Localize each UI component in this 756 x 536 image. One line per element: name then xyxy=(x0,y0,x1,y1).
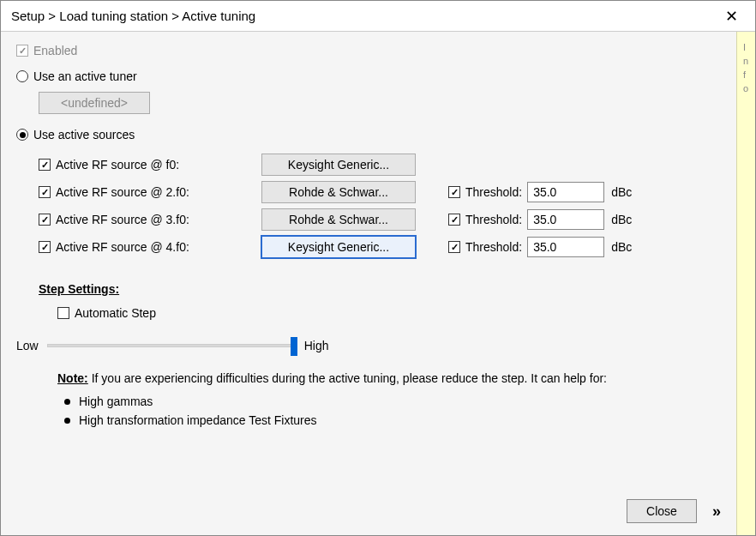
body-area: ✓ Enabled Use an active tuner <undefined… xyxy=(1,32,755,535)
source-device-button[interactable]: Keysight Generic... xyxy=(261,154,416,176)
source-label: Active RF source @ 3.f0: xyxy=(56,213,189,226)
bullet-text: High gammas xyxy=(79,392,153,411)
checkbox-icon[interactable]: ✓ xyxy=(448,186,460,198)
radio-active-sources-label: Use active sources xyxy=(33,128,135,142)
checkbox-icon[interactable]: ✓ xyxy=(448,241,460,253)
step-slider[interactable] xyxy=(47,344,296,347)
threshold-input[interactable] xyxy=(527,209,604,230)
source-enable-checkbox[interactable]: ✓Active RF source @ f0: xyxy=(39,158,261,172)
enabled-label: Enabled xyxy=(33,44,77,57)
info-label: Info xyxy=(743,40,749,95)
threshold-group: ✓Threshold:dBc xyxy=(448,209,632,230)
threshold-input[interactable] xyxy=(527,237,604,257)
note-label: Note: xyxy=(57,371,88,385)
main-panel: ✓ Enabled Use an active tuner <undefined… xyxy=(1,32,736,535)
breadcrumb: Setup > Load tuning station > Active tun… xyxy=(11,9,718,23)
checkbox-icon[interactable]: ✓ xyxy=(448,214,460,226)
threshold-group: ✓Threshold:dBc xyxy=(448,237,632,257)
checkbox-icon: ✓ xyxy=(39,241,51,253)
sources-list: ✓Active RF source @ f0:Keysight Generic.… xyxy=(39,148,721,263)
source-enable-checkbox[interactable]: ✓Active RF source @ 2.f0: xyxy=(39,185,261,199)
radio-icon xyxy=(16,129,28,141)
note-bullet: High transformation impedance Test Fixtu… xyxy=(64,411,721,430)
radio-active-tuner[interactable]: Use an active tuner xyxy=(16,69,721,83)
threshold-unit: dBc xyxy=(611,240,632,254)
threshold-input[interactable] xyxy=(527,182,604,202)
checkbox-icon: ✓ xyxy=(39,214,51,226)
titlebar: Setup > Load tuning station > Active tun… xyxy=(1,1,755,32)
step-settings-header: Step Settings: xyxy=(39,282,721,296)
source-row: ✓Active RF source @ 3.f0:Rohde & Schwar.… xyxy=(39,208,721,231)
checkbox-icon: ✓ xyxy=(39,159,51,171)
threshold-group: ✓Threshold:dBc xyxy=(448,182,632,202)
info-sidebar[interactable]: Info xyxy=(736,32,755,535)
source-label: Active RF source @ f0: xyxy=(56,158,179,172)
source-row: ✓Active RF source @ 4.f0:Keysight Generi… xyxy=(39,236,721,258)
bullet-icon xyxy=(64,399,70,405)
slider-high-label: High xyxy=(304,339,329,352)
checkbox-icon: ✓ xyxy=(16,45,28,57)
close-icon[interactable]: ✕ xyxy=(718,3,745,29)
source-enable-checkbox[interactable]: ✓Active RF source @ 4.f0: xyxy=(39,240,261,254)
active-tuner-button-row: <undefined> xyxy=(39,92,721,114)
source-row: ✓Active RF source @ 2.f0:Rohde & Schwar.… xyxy=(39,181,721,203)
automatic-step-label: Automatic Step xyxy=(75,306,156,320)
step-slider-row: Low High xyxy=(16,339,721,352)
footer: Close » xyxy=(16,489,721,523)
source-device-button[interactable]: Keysight Generic... xyxy=(261,236,416,258)
note-text: If you are experiencing difficulties dur… xyxy=(92,371,607,385)
radio-active-sources[interactable]: Use active sources xyxy=(16,128,721,142)
source-label: Active RF source @ 2.f0: xyxy=(56,185,189,199)
bullet-text: High transformation impedance Test Fixtu… xyxy=(79,411,317,430)
radio-active-tuner-label: Use an active tuner xyxy=(33,69,137,83)
threshold-unit: dBc xyxy=(611,213,632,226)
source-row: ✓Active RF source @ f0:Keysight Generic.… xyxy=(39,154,721,176)
threshold-label: Threshold: xyxy=(465,240,522,254)
slider-thumb-icon[interactable] xyxy=(291,337,297,356)
checkbox-icon: ✓ xyxy=(39,186,51,198)
source-device-button[interactable]: Rohde & Schwar... xyxy=(261,181,416,203)
threshold-unit: dBc xyxy=(611,185,632,199)
automatic-step-checkbox[interactable]: Automatic Step xyxy=(57,306,721,320)
threshold-label: Threshold: xyxy=(465,213,522,226)
note-bullets: High gammasHigh transformation impedance… xyxy=(64,392,721,430)
radio-icon xyxy=(16,70,28,82)
enabled-checkbox: ✓ Enabled xyxy=(16,44,721,57)
close-button[interactable]: Close xyxy=(627,499,697,523)
expand-icon[interactable]: » xyxy=(712,503,721,521)
slider-low-label: Low xyxy=(16,339,39,352)
checkbox-icon xyxy=(57,307,69,319)
source-label: Active RF source @ 4.f0: xyxy=(56,240,189,254)
dialog-window: Setup > Load tuning station > Active tun… xyxy=(0,0,756,536)
active-tuner-device-button[interactable]: <undefined> xyxy=(39,92,150,114)
source-enable-checkbox[interactable]: ✓Active RF source @ 3.f0: xyxy=(39,213,261,226)
note-bullet: High gammas xyxy=(64,392,721,411)
threshold-label: Threshold: xyxy=(465,185,522,199)
bullet-icon xyxy=(64,418,70,424)
step-note: Note: If you are experiencing difficulti… xyxy=(57,371,721,385)
source-device-button[interactable]: Rohde & Schwar... xyxy=(261,208,416,231)
